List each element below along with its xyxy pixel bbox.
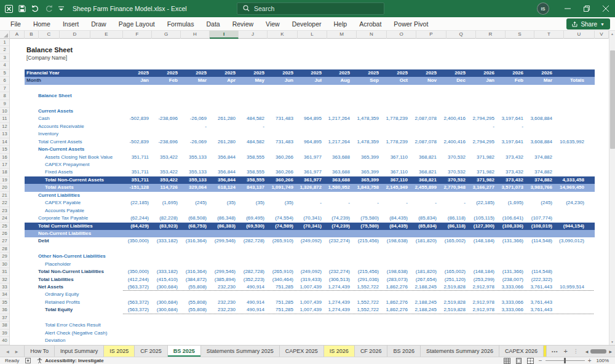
cell-Q19[interactable]: 370,532 (437, 176, 466, 184)
row-header-39[interactable]: 39 (0, 330, 9, 337)
cell-L36[interactable]: 1,007,439 (293, 306, 322, 314)
cell-H16[interactable]: 355,133 (178, 154, 207, 161)
cell-H32[interactable]: (384,872) (178, 276, 207, 283)
cell-O36[interactable]: 1,862,276 (379, 306, 408, 314)
cell-Q24[interactable]: (86,118) (437, 215, 466, 222)
cell-I11[interactable]: 261,280 (207, 115, 236, 122)
cell-R16[interactable]: 371,982 (466, 154, 494, 161)
cell-P35[interactable]: 2,188,245 (408, 299, 437, 306)
row-label-16[interactable]: Assets Closing Net Book Value (45, 154, 113, 161)
cell-M11[interactable]: 1,217,264 (322, 115, 350, 122)
cell-J12[interactable]: - (236, 123, 264, 130)
cell-O18[interactable]: 367,110 (379, 168, 408, 176)
row-label-18[interactable]: Fixed Assets (45, 168, 73, 176)
cell-Q33[interactable]: 2,519,828 (437, 283, 466, 291)
cell-S35[interactable]: 3,333,066 (495, 299, 523, 306)
cell-G31[interactable]: (333,182) (149, 268, 178, 275)
cell-N36[interactable]: 1,552,722 (351, 306, 379, 314)
cell-G33[interactable]: (300,684) (149, 283, 178, 291)
row-header-17[interactable]: 17 (0, 161, 9, 168)
cell-F36[interactable]: (563,372) (121, 306, 149, 314)
sheet-nav-prev-icon[interactable]: ◀ (6, 349, 9, 354)
row-header-23[interactable]: 23 (0, 207, 9, 215)
cell-K33[interactable]: 751,285 (265, 283, 293, 291)
cell-M36[interactable]: 1,274,439 (322, 306, 350, 314)
cell-R32[interactable]: (253,299) (466, 276, 494, 283)
cell-K22[interactable]: (35) (265, 199, 293, 207)
row-label-15[interactable]: Non-Current Assets (38, 146, 84, 153)
cell-I6[interactable]: Apr (207, 77, 236, 84)
row-header-35[interactable]: 35 (0, 299, 9, 306)
cell-T16[interactable]: 374,882 (524, 154, 552, 161)
row-header-3[interactable]: 3 (0, 54, 9, 61)
cell-L5[interactable]: 2025 (293, 69, 322, 77)
tab-scroll-right-icon[interactable]: ▶ (609, 349, 612, 354)
cell-O14[interactable]: 1,778,239 (379, 138, 408, 146)
search-box[interactable]: Search (237, 2, 384, 15)
sheet-nav-next-icon[interactable]: ▶ (15, 349, 18, 354)
cell-G27[interactable]: (333,182) (149, 237, 178, 245)
row-header-12[interactable]: 12 (0, 123, 9, 130)
cell-P32[interactable]: (267,654) (408, 276, 437, 283)
cell-R6[interactable]: Jan (466, 77, 494, 84)
cell-G25[interactable]: (83,923) (149, 223, 178, 230)
cell-F32[interactable]: (412,244) (121, 276, 149, 283)
cell-H33[interactable]: (55,808) (178, 283, 207, 291)
ribbon-tab-insert[interactable]: Insert (57, 17, 84, 31)
cell-P18[interactable]: 368,821 (408, 168, 437, 176)
row-label-32[interactable]: Total Liabilities (38, 276, 74, 283)
row-label-35[interactable]: Retained Profits (45, 299, 80, 306)
cell-Q16[interactable]: 370,532 (437, 154, 466, 161)
select-all-button[interactable] (0, 31, 10, 39)
cell-I32[interactable]: (385,894) (207, 276, 236, 283)
cell-G32[interactable]: (415,410) (149, 276, 178, 283)
cell-H25[interactable]: (68,753) (178, 223, 207, 230)
cell-T36[interactable]: 3,761,443 (524, 306, 552, 314)
sheet-tab-bs-2025[interactable]: BS 2025 (168, 346, 201, 357)
cell-K18[interactable]: 360,266 (265, 168, 293, 176)
cell-N18[interactable]: 365,399 (351, 168, 379, 176)
macro-record-icon[interactable] (25, 358, 31, 363)
row-header-18[interactable]: 18 (0, 168, 9, 176)
cell-G22[interactable]: (1,695) (149, 199, 178, 207)
row-label-23[interactable]: Accounts Payable (45, 207, 84, 215)
cell-G11[interactable]: -238,696 (149, 115, 178, 122)
row-header-26[interactable]: 26 (0, 230, 9, 237)
cell-O35[interactable]: 1,862,276 (379, 299, 408, 306)
ribbon-tab-developer[interactable]: Developer (287, 17, 327, 31)
normal-view-icon[interactable] (504, 358, 510, 364)
cell-P14[interactable]: 2,087,078 (408, 138, 437, 146)
cell-N22[interactable]: - (351, 199, 379, 207)
col-header-Q[interactable]: Q (446, 31, 476, 39)
col-header-C[interactable]: C (39, 31, 60, 39)
cell-I33[interactable]: 232,230 (207, 283, 236, 291)
cell-G20[interactable]: 114,726 (149, 184, 178, 191)
cell-N14[interactable]: 1,478,359 (351, 138, 379, 146)
cell-Q6[interactable]: Dec (437, 77, 466, 84)
cell-M19[interactable]: 363,688 (322, 176, 350, 184)
cell-G5[interactable]: 2025 (149, 69, 178, 77)
cell-F14[interactable]: -502,839 (121, 138, 149, 146)
cell-K32[interactable]: (340,464) (265, 276, 293, 283)
row-header-5[interactable]: 5 (0, 69, 9, 77)
scroll-up-icon[interactable]: ▲ (609, 31, 615, 37)
cell-H6[interactable]: Mar (178, 77, 207, 84)
cell-K19[interactable]: 360,266 (265, 176, 293, 184)
vertical-scroll-thumb[interactable] (610, 50, 615, 149)
row-header-15[interactable]: 15 (0, 146, 9, 153)
row-label-13[interactable]: Inventory (38, 130, 58, 138)
row-label-25[interactable]: Total Current Liabilities (38, 223, 93, 230)
cell-G16[interactable]: 353,422 (149, 154, 178, 161)
cell-F19[interactable]: 351,711 (121, 176, 149, 184)
cell-N25[interactable]: (75,580) (351, 223, 379, 230)
vertical-scrollbar[interactable]: ▲ ▼ (609, 31, 615, 345)
ribbon-tab-view[interactable]: View (260, 17, 285, 31)
row-label-30[interactable]: Placeholder (45, 261, 71, 268)
cell-I31[interactable]: (299,546) (207, 268, 236, 275)
row-label-2[interactable]: Balance Sheet (26, 46, 73, 54)
cell-G6[interactable]: Feb (149, 77, 178, 84)
sheet-tab-cf-2025[interactable]: CF 2025 (135, 346, 168, 357)
row-label-29[interactable]: Other Non-Current Liabilities (38, 253, 106, 260)
cell-J19[interactable]: 358,555 (236, 176, 264, 184)
cell-T24[interactable]: (107,774) (524, 215, 552, 222)
